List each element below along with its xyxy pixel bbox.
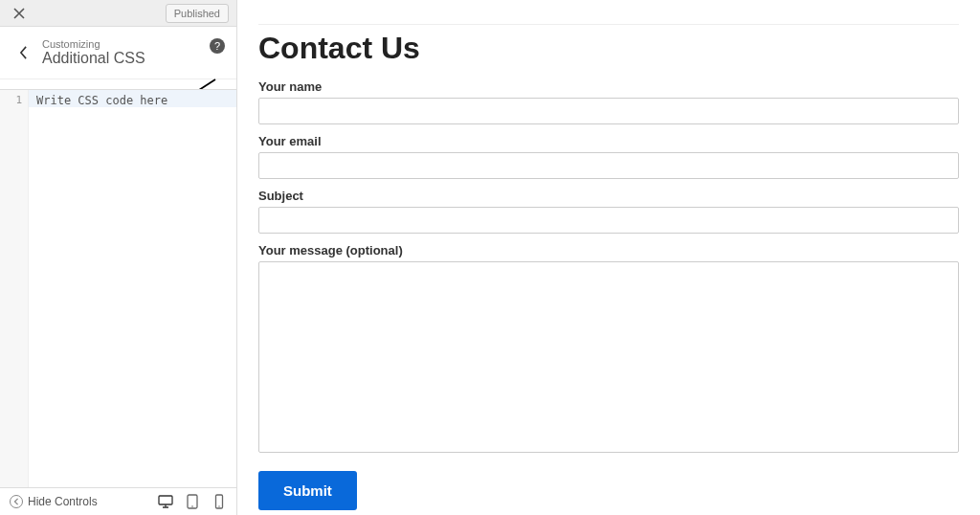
svg-point-3 [191, 505, 193, 507]
message-textarea[interactable] [258, 261, 959, 453]
help-icon[interactable]: ? [210, 38, 225, 54]
sidebar-top-bar: Published [0, 0, 236, 27]
subject-label: Subject [258, 189, 959, 203]
back-button[interactable] [11, 41, 34, 64]
preview-top-border [258, 0, 959, 25]
site-preview-pane: Contact Us Your name Your email Subject … [237, 0, 980, 515]
section-title: Additional CSS [42, 50, 145, 67]
page-title: Contact Us [258, 31, 959, 66]
mobile-preview-icon[interactable] [212, 494, 227, 509]
collapse-icon [10, 495, 23, 508]
device-preview-toggles [158, 494, 227, 509]
email-input[interactable] [258, 152, 959, 179]
code-placeholder-line[interactable]: Write CSS code here [29, 90, 236, 107]
desktop-preview-icon[interactable] [158, 494, 173, 509]
css-code-editor[interactable]: 1 Write CSS code here [0, 89, 236, 487]
subject-input[interactable] [258, 207, 959, 234]
tablet-preview-icon[interactable] [185, 494, 200, 509]
sidebar-header: Customizing Additional CSS ? [0, 27, 236, 79]
email-label: Your email [258, 134, 959, 148]
close-customizer-button[interactable] [8, 2, 31, 25]
svg-point-5 [218, 505, 219, 506]
svg-rect-1 [159, 496, 172, 504]
submit-button[interactable]: Submit [258, 471, 357, 510]
published-status-button[interactable]: Published [166, 4, 229, 23]
code-gutter: 1 [0, 90, 29, 487]
hide-controls-button[interactable]: Hide Controls [10, 495, 150, 508]
customizer-sidebar: Published Customizing Additional CSS ? 1… [0, 0, 237, 515]
message-label: Your message (optional) [258, 243, 959, 258]
name-input[interactable] [258, 98, 959, 124]
sidebar-bottom-bar: Hide Controls [0, 487, 236, 515]
customizing-label: Customizing [42, 38, 145, 50]
line-number: 1 [6, 94, 22, 106]
name-label: Your name [258, 79, 959, 94]
hide-controls-label: Hide Controls [28, 495, 98, 508]
